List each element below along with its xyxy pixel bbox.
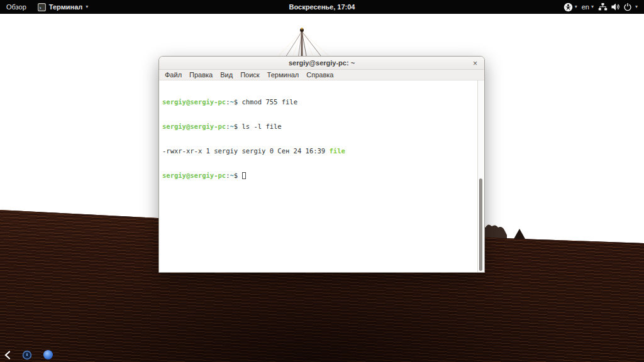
terminal-line: sergiy@sergiy-pc:~$ chmod 755 file	[162, 98, 475, 106]
activities-button[interactable]: Обзор	[0, 0, 33, 14]
menu-help[interactable]: Справка	[303, 71, 337, 79]
window-title: sergiy@sergiy-pc: ~	[159, 59, 484, 67]
command-text: ls -l file	[242, 123, 281, 130]
prompt-user-host: sergiy@sergiy-pc	[162, 172, 226, 179]
boat-mast	[269, 26, 338, 59]
terminal-cursor	[242, 172, 246, 179]
prompt-symbol: $	[234, 98, 242, 106]
clock-text: Воскресенье, 17:04	[289, 3, 355, 11]
activities-label: Обзор	[6, 3, 26, 11]
clock-label[interactable]: Воскресенье, 17:04	[0, 0, 644, 14]
blue-sphere-icon[interactable]	[43, 349, 53, 360]
power-icon	[623, 3, 632, 11]
language-indicator: en	[582, 3, 589, 11]
terminal-line: sergiy@sergiy-pc:~$	[162, 172, 475, 180]
gnome-top-bar: Обзор Терминал ▾ Воскресенье, 17:04 ▾ en…	[0, 0, 644, 14]
command-text: chmod 755 file	[242, 98, 297, 106]
prompt-symbol: $	[234, 123, 242, 130]
chevron-down-icon: ▾	[591, 4, 594, 9]
window-titlebar[interactable]: sergiy@sergiy-pc: ~ ×	[159, 57, 484, 70]
app-menu-terminal[interactable]: Терминал ▾	[33, 0, 94, 14]
terminal-icon	[38, 3, 46, 11]
menu-edit[interactable]: Правка	[186, 71, 216, 79]
chevron-down-icon: ▾	[86, 4, 88, 9]
chevron-down-icon: ▾	[635, 4, 638, 9]
close-button[interactable]: ×	[470, 58, 480, 68]
accessibility-menu[interactable]: ▾	[564, 0, 577, 14]
chevron-left-icon[interactable]	[4, 350, 11, 360]
system-menu[interactable]: ▾	[598, 0, 638, 14]
terminal-line: sergiy@sergiy-pc:~$ ls -l file	[162, 123, 475, 131]
dial-icon[interactable]	[22, 350, 32, 360]
prompt-symbol: $	[234, 172, 242, 179]
accessibility-icon	[564, 3, 573, 12]
scrollbar-thumb[interactable]	[479, 178, 482, 271]
terminal-line: -rwxr-xr-x 1 sergiy sergiy 0 Сен 24 16:3…	[162, 147, 475, 155]
chevron-down-icon: ▾	[575, 4, 577, 9]
prompt-user-host: sergiy@sergiy-pc	[162, 123, 226, 130]
volume-icon	[611, 3, 620, 11]
executable-filename: file	[330, 147, 345, 155]
menu-search[interactable]: Поиск	[236, 71, 263, 79]
app-menu-label: Терминал	[49, 3, 83, 11]
scrollbar[interactable]	[477, 80, 484, 272]
keyboard-layout-menu[interactable]: en ▾	[582, 0, 594, 14]
menu-file[interactable]: Файл	[161, 71, 186, 79]
menu-view[interactable]: Вид	[216, 71, 236, 79]
terminal-content[interactable]: sergiy@sergiy-pc:~$ chmod 755 file sergi…	[159, 80, 484, 272]
ls-output: -rwxr-xr-x 1 sergiy sergiy 0 Сен 24 16:3…	[162, 147, 330, 155]
player-overlay-controls	[4, 349, 53, 360]
network-wired-icon	[598, 3, 608, 11]
prompt-user-host: sergiy@sergiy-pc	[162, 98, 226, 106]
menubar: Файл Правка Вид Поиск Терминал Справка	[159, 70, 484, 80]
menu-terminal[interactable]: Терминал	[264, 71, 303, 79]
terminal-window: sergiy@sergiy-pc: ~ × Файл Правка Вид По…	[158, 56, 485, 273]
